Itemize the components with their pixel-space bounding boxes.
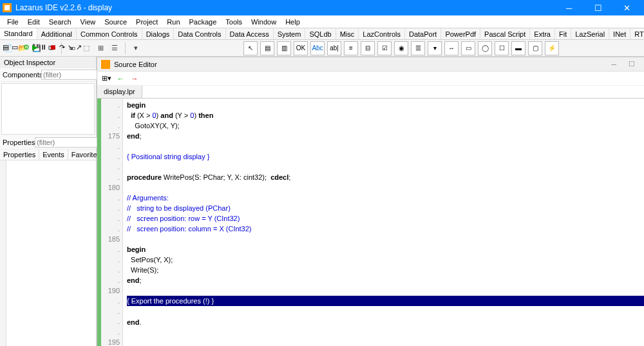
menu-source[interactable]: Source <box>100 17 131 27</box>
menu-project[interactable]: Project <box>131 17 162 27</box>
combobox-component-icon[interactable]: ▾ <box>428 41 442 55</box>
source-editor-icon <box>101 60 110 69</box>
menu-view[interactable]: View <box>76 17 100 27</box>
toggle-form-icon[interactable]: ⬚ <box>80 43 92 54</box>
object-inspector-panel: Object Inspector Components × Properties… <box>0 57 97 346</box>
code-text[interactable]: begin if (X > 0) and (Y > 0) then GotoXY… <box>123 99 644 346</box>
component-tab-rtti[interactable]: RTTI <box>630 28 644 39</box>
view-forms-icon[interactable]: ▭ <box>12 43 18 52</box>
menu-package[interactable]: Package <box>185 17 222 27</box>
run-config-icon[interactable]: ⚙ <box>23 43 30 52</box>
component-tree[interactable] <box>1 83 95 135</box>
component-tab-pascal-script[interactable]: Pascal Script <box>480 28 530 39</box>
pause-icon[interactable]: ⏸ <box>40 43 47 51</box>
component-tab-sqldb[interactable]: SQLdb <box>305 28 336 39</box>
step-out-icon[interactable]: ↗ <box>76 43 82 52</box>
window-title: Lazarus IDE v2.2.6 - display <box>15 3 554 12</box>
manage-icon[interactable]: ☰ <box>109 43 120 54</box>
menu-help[interactable]: Help <box>281 17 305 27</box>
line-number-gutter: ...175....180....185....190....195...198 <box>101 99 123 346</box>
units-icon[interactable]: ⊞ <box>95 43 106 54</box>
cursor-icon[interactable]: ↖ <box>243 41 258 55</box>
source-maximize-button[interactable]: ☐ <box>623 60 641 68</box>
component-palette: ↖ ▤ ▥ OK Abc ab| ≡ ⊟ ☑ ◉ ☰ ▾ ↔ ▭ ◯ ☐ ▬ ▢… <box>243 41 559 55</box>
settings-dropdown-icon[interactable]: ▾ <box>130 43 142 54</box>
code-editor[interactable]: ...175....180....185....190....195...198… <box>97 99 644 346</box>
main-menu: FileEditSearchViewSourceProjectRunPackag… <box>0 15 644 28</box>
menu-file[interactable]: File <box>3 17 23 27</box>
stop-icon[interactable]: ⏹ <box>50 43 57 51</box>
component-tab-lazcontrols[interactable]: LazControls <box>359 28 405 39</box>
toolbar: 📄 📂 💾 ⧉ ▭ ⬚ ⊞ ☰ ▾ ↖ ▤ ▥ OK Abc ab| ≡ ⊟ ☑… <box>0 40 644 57</box>
radiobutton-component-icon[interactable]: ◉ <box>394 41 408 55</box>
object-inspector-header: Object Inspector <box>0 57 96 68</box>
popupmenu-component-icon[interactable]: ▥ <box>277 41 291 55</box>
app-icon <box>3 3 12 12</box>
component-palette-tabs: StandardAdditionalCommon ControlsDialogs… <box>0 28 644 40</box>
memo-component-icon[interactable]: ≡ <box>344 41 358 55</box>
component-tab-lazserial[interactable]: LazSerial <box>571 28 609 39</box>
property-grid[interactable] <box>0 160 96 346</box>
property-tabs: PropertiesEventsFavoritesRes <box>0 149 96 160</box>
button-component-icon[interactable]: OK <box>294 41 308 55</box>
step-into-icon[interactable]: ↘ <box>68 43 73 52</box>
svg-rect-2 <box>101 60 110 69</box>
checkbox-component-icon[interactable]: ☑ <box>377 41 392 55</box>
toolbar-separator <box>125 43 126 54</box>
component-tab-data-access[interactable]: Data Access <box>226 28 274 39</box>
component-tab-standard[interactable]: Standard <box>0 28 37 39</box>
component-tab-fit[interactable]: Fit <box>555 28 571 39</box>
window-minimize-button[interactable]: ─ <box>554 0 583 15</box>
mainmenu-component-icon[interactable]: ▤ <box>260 41 274 55</box>
file-tab[interactable]: display.lpr <box>97 86 142 98</box>
svg-rect-1 <box>5 5 10 10</box>
prop-tab-events[interactable]: Events <box>39 149 68 160</box>
nav-back-icon[interactable]: ← <box>115 73 126 84</box>
frame-component-icon[interactable]: ▢ <box>528 41 542 55</box>
scrollbar-component-icon[interactable]: ↔ <box>444 41 459 55</box>
menu-tools[interactable]: Tools <box>221 17 247 27</box>
properties-label: Properties <box>3 139 35 146</box>
view-units-icon[interactable]: ▤ <box>3 43 9 52</box>
listbox-component-icon[interactable]: ☰ <box>411 41 425 55</box>
prop-tab-properties[interactable]: Properties <box>0 149 39 160</box>
togglebox-component-icon[interactable]: ⊟ <box>361 41 375 55</box>
panel-component-icon[interactable]: ▬ <box>511 41 526 55</box>
source-editor-window: Source Editor ─ ☐ ✕ ⊞▾ ← → display.lpr .… <box>97 57 644 346</box>
groupbox-component-icon[interactable]: ▭ <box>461 41 475 55</box>
menu-run[interactable]: Run <box>162 17 184 27</box>
source-close-button[interactable]: ✕ <box>641 60 644 68</box>
edit-component-icon[interactable]: ab| <box>327 41 341 55</box>
menu-window[interactable]: Window <box>247 17 281 27</box>
component-tab-powerpdf[interactable]: PowerPdf <box>441 28 480 39</box>
component-tab-dataport[interactable]: DataPort <box>405 28 441 39</box>
component-tab-misc[interactable]: Misc <box>336 28 359 39</box>
step-over-icon[interactable]: ↷ <box>59 43 65 52</box>
source-minimize-button[interactable]: ─ <box>605 61 623 68</box>
component-tab-common-controls[interactable]: Common Controls <box>77 28 142 39</box>
run-icon[interactable]: ▶ <box>32 43 37 52</box>
expand-icon[interactable]: ⊞▾ <box>101 73 111 84</box>
nav-forward-icon[interactable]: → <box>129 73 140 84</box>
checkgroup-component-icon[interactable]: ☐ <box>495 41 509 55</box>
component-tab-system[interactable]: System <box>274 28 306 39</box>
window-close-button[interactable]: ✕ <box>612 0 641 15</box>
component-tab-extra[interactable]: Extra <box>530 28 555 39</box>
source-editor-title: Source Editor <box>114 61 605 68</box>
menu-search[interactable]: Search <box>44 17 76 27</box>
component-tab-dialogs[interactable]: Dialogs <box>142 28 175 39</box>
component-tab-data-controls[interactable]: Data Controls <box>174 28 225 39</box>
window-titlebar: Lazarus IDE v2.2.6 - display ─ ☐ ✕ <box>0 0 644 15</box>
component-tab-inet[interactable]: INet <box>609 28 630 39</box>
radiogroup-component-icon[interactable]: ◯ <box>478 41 492 55</box>
actionlist-component-icon[interactable]: ⚡ <box>545 41 559 55</box>
label-component-icon[interactable]: Abc <box>310 41 325 55</box>
component-tab-additional[interactable]: Additional <box>37 28 77 39</box>
menu-edit[interactable]: Edit <box>23 17 44 27</box>
components-label: Components <box>3 71 41 79</box>
window-maximize-button[interactable]: ☐ <box>583 0 612 15</box>
